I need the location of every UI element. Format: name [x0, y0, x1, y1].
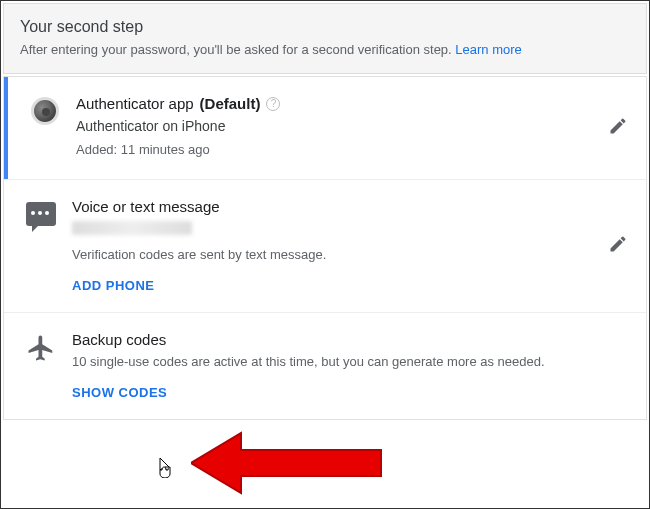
authenticator-title-text: Authenticator app	[76, 95, 194, 112]
authenticator-title: Authenticator app (Default) ?	[76, 95, 626, 112]
redacted-phone	[72, 221, 192, 235]
voice-desc: Verification codes are sent by text mess…	[72, 247, 626, 262]
method-authenticator: Authenticator app (Default) ? Authentica…	[4, 77, 646, 180]
edit-authenticator-button[interactable]	[608, 116, 628, 140]
cursor-icon	[154, 456, 174, 483]
authenticator-device: Authenticator on iPhone	[76, 118, 626, 134]
section-subtitle: After entering your password, you'll be …	[20, 42, 630, 57]
default-tag: (Default)	[200, 95, 261, 112]
section-header: Your second step After entering your pas…	[3, 3, 647, 74]
svg-marker-0	[191, 433, 381, 493]
learn-more-link[interactable]: Learn more	[455, 42, 521, 57]
method-backup-codes: Backup codes 10 single-use codes are act…	[4, 313, 646, 419]
methods-card: Authenticator app (Default) ? Authentica…	[3, 76, 647, 420]
authenticator-icon	[31, 97, 59, 125]
section-title: Your second step	[20, 18, 630, 36]
method-voice-text: Voice or text message Verification codes…	[4, 180, 646, 313]
active-indicator	[4, 77, 8, 179]
add-phone-button[interactable]: ADD PHONE	[72, 278, 155, 293]
pencil-icon	[608, 234, 628, 254]
backup-title: Backup codes	[72, 331, 626, 348]
annotation-arrow	[191, 428, 391, 498]
pencil-icon	[608, 116, 628, 136]
backup-desc: 10 single-use codes are active at this t…	[72, 354, 626, 369]
help-icon[interactable]: ?	[266, 97, 280, 111]
airplane-icon	[26, 333, 56, 363]
voice-title: Voice or text message	[72, 198, 626, 215]
show-codes-button[interactable]: SHOW CODES	[72, 385, 167, 400]
subtitle-text: After entering your password, you'll be …	[20, 42, 455, 57]
authenticator-added: Added: 11 minutes ago	[76, 142, 626, 157]
sms-icon	[26, 202, 56, 226]
edit-voice-button[interactable]	[608, 234, 628, 258]
